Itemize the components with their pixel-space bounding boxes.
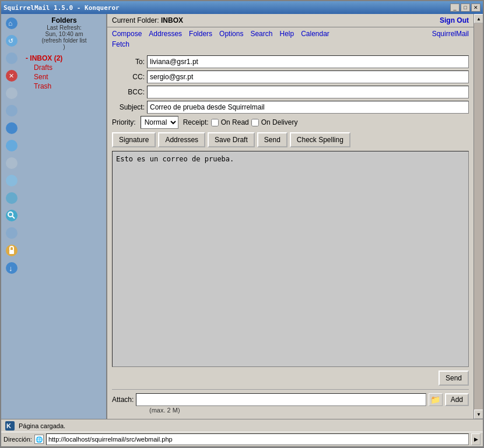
nav-folders[interactable]: Folders (189, 30, 212, 38)
compose-sublinks: Fetch (107, 39, 474, 51)
window-frame: SquirrelMail 1.5.0 - Konqueror _ □ ✕ ⌂ ↺ (0, 0, 484, 448)
toolbar-buttons: Signature Addresses Save Draft Send Chec… (112, 132, 469, 147)
nav-fetch[interactable]: Fetch (112, 40, 129, 48)
sign-out-link[interactable]: Sign Out (440, 16, 469, 24)
folders-title: Folders (24, 16, 104, 24)
priority-select[interactable]: Low Normal High (141, 116, 178, 129)
scroll-track[interactable] (474, 23, 483, 410)
svg-point-17 (6, 227, 17, 239)
folder-item-trash[interactable]: Trash (24, 82, 104, 91)
sidebar-icon-refresh[interactable]: ↺ (3, 33, 20, 49)
svg-text:↓: ↓ (9, 264, 13, 273)
to-row: To: (112, 55, 469, 68)
sidebar-icon-home[interactable]: ⌂ (3, 15, 20, 31)
sidebar-icon-lock[interactable] (3, 242, 20, 259)
address-label: Dirección: (3, 436, 32, 443)
on-delivery-label: On Delivery (261, 118, 298, 126)
status-icon: K (5, 421, 15, 431)
svg-point-8 (6, 105, 17, 117)
window-title: SquirrelMail 1.5.0 - Konqueror (3, 4, 120, 12)
sidebar-icon-6[interactable] (3, 103, 20, 119)
attach-add-button[interactable]: Add (445, 393, 469, 406)
sidebar-icon-8[interactable] (3, 137, 20, 154)
subject-input[interactable] (147, 101, 469, 114)
sidebar-icon-13[interactable] (3, 225, 20, 241)
to-label: To: (112, 58, 147, 66)
svg-point-7 (6, 87, 17, 99)
sidebar-icon-column: ⌂ ↺ ✕ (1, 14, 22, 419)
send-button-top[interactable]: Send (257, 132, 287, 147)
minimize-button[interactable]: _ (450, 3, 460, 12)
svg-point-11 (6, 157, 17, 169)
sidebar-icon-10[interactable] (3, 172, 20, 189)
attach-row: Attach: 📁 Add (112, 389, 469, 406)
bottom-send-row: Send (112, 371, 469, 386)
cc-input[interactable] (147, 70, 469, 83)
nav-compose[interactable]: Compose (112, 30, 142, 38)
cc-row: CC: (112, 70, 469, 83)
sidebar-icon-9[interactable] (3, 155, 20, 171)
nav-options[interactable]: Options (219, 30, 243, 38)
attach-folder-icon[interactable]: 📁 (429, 393, 443, 406)
svg-point-12 (6, 175, 17, 186)
status-bar: K Página cargada. (1, 419, 483, 432)
subject-row: Subject: (112, 101, 469, 114)
svg-point-9 (6, 122, 17, 134)
subject-label: Subject: (112, 103, 147, 111)
addresses-button[interactable]: Addresses (158, 132, 205, 147)
bcc-input[interactable] (147, 86, 469, 98)
close-button[interactable]: ✕ (471, 3, 481, 12)
send-button-bottom[interactable]: Send (439, 371, 469, 386)
svg-text:↺: ↺ (8, 37, 13, 44)
address-go-button[interactable]: ▶ (471, 433, 481, 445)
svg-point-13 (6, 192, 17, 204)
sidebar-icon-search[interactable] (3, 207, 20, 224)
compose-form: To: CC: BCC: Subject: (107, 51, 474, 419)
sidebar-icon-11[interactable] (3, 190, 20, 206)
status-text: Página cargada. (19, 422, 65, 429)
signature-button[interactable]: Signature (112, 132, 156, 147)
on-delivery-checkbox[interactable] (251, 119, 259, 126)
nav-help[interactable]: Help (279, 30, 294, 38)
nav-links-left: Compose Addresses Folders Options Search… (112, 30, 329, 38)
sidebar-icon-7[interactable] (3, 120, 20, 136)
address-input[interactable] (46, 433, 469, 445)
svg-point-10 (6, 140, 17, 151)
nav-calendar[interactable]: Calendar (301, 30, 329, 38)
maximize-button[interactable]: □ (461, 3, 470, 12)
on-read-label: On Read (221, 118, 249, 126)
save-draft-button[interactable]: Save Draft (208, 132, 255, 147)
folder-item-drafts[interactable]: Drafts (24, 63, 104, 72)
svg-point-4 (6, 52, 17, 64)
folder-item-inbox[interactable]: - INBOX (2) (24, 54, 104, 63)
receipt-section: Receipt: On Read On Delivery (183, 118, 298, 126)
sidebar-icon-4[interactable]: ✕ (3, 68, 20, 84)
email-header-bar: Current Folder: INBOX Sign Out (107, 14, 474, 27)
right-scrollbar: ▲ ▼ (474, 14, 483, 419)
to-input[interactable] (147, 55, 469, 68)
svg-text:✕: ✕ (9, 72, 14, 79)
sidebar-icon-down[interactable]: ↓ (3, 260, 20, 276)
body-textarea[interactable]: Esto es un correo de prueba. (112, 151, 469, 367)
email-panel: Current Folder: INBOX Sign Out Compose A… (107, 14, 474, 419)
sidebar-icon-3[interactable] (3, 50, 20, 66)
window-controls: _ □ ✕ (450, 3, 481, 12)
svg-text:K: K (6, 422, 11, 429)
priority-row: Priority: Low Normal High Receipt: On Re… (112, 116, 469, 129)
attach-input[interactable] (136, 393, 426, 406)
svg-point-14 (6, 210, 17, 221)
scroll-down-button[interactable]: ▼ (474, 410, 483, 419)
nav-addresses[interactable]: Addresses (149, 30, 182, 38)
check-spelling-button[interactable]: Check Spelling (290, 132, 350, 147)
sidebar-icon-5[interactable] (3, 85, 20, 101)
body-area: Esto es un correo de prueba. (112, 151, 469, 367)
on-read-checkbox[interactable] (211, 119, 219, 126)
scroll-up-button[interactable]: ▲ (474, 14, 483, 23)
bcc-label: BCC: (112, 88, 147, 96)
bcc-row: BCC: (112, 86, 469, 98)
nav-search[interactable]: Search (250, 30, 272, 38)
title-bar: SquirrelMail 1.5.0 - Konqueror _ □ ✕ (1, 1, 483, 14)
attach-max-row: (max. 2 M) (112, 406, 469, 414)
folder-item-sent[interactable]: Sent (24, 72, 104, 82)
nav-squirrelmail[interactable]: SquirrelMail (432, 30, 469, 38)
